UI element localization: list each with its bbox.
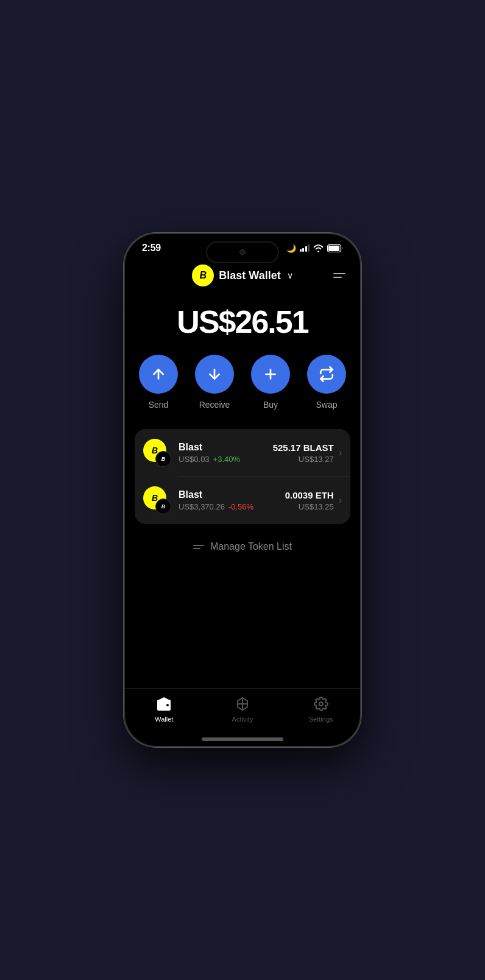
token-price-row-blast: US$0.03 +3.40% [179, 455, 273, 464]
manage-line-top [193, 545, 204, 546]
token-name-blast: Blast [179, 442, 273, 453]
wifi-icon [313, 244, 324, 252]
token-price-blast: US$0.03 [179, 455, 210, 464]
screen: 2:59 🌙 [125, 234, 360, 746]
blast-logo-letter: B [200, 270, 207, 281]
wallet-name: Blast Wallet [219, 269, 280, 282]
buy-button-group: Buy [251, 355, 290, 410]
manage-line-bottom [193, 548, 200, 549]
token-amount-eth: 0.0039 ETH [285, 490, 334, 500]
token-change-eth: -0.56% [228, 502, 253, 511]
token-balance-blast: 525.17 BLAST US$13.27 [273, 442, 334, 464]
send-button[interactable] [139, 355, 178, 394]
token-balance-eth: 0.0039 ETH US$13.25 [285, 490, 334, 511]
nav-wallet-label: Wallet [155, 715, 173, 723]
balance-amount: US$26.51 [140, 304, 345, 340]
home-indicator [202, 737, 283, 741]
swap-button[interactable] [307, 355, 346, 394]
send-label: Send [149, 400, 169, 410]
token-chevron-eth: › [339, 495, 342, 506]
moon-icon: 🌙 [286, 244, 296, 253]
send-button-group: Send [139, 355, 178, 410]
dynamic-island [206, 241, 279, 263]
svg-point-11 [319, 702, 323, 706]
menu-icon[interactable] [333, 273, 345, 278]
nav-activity-label: Activity [232, 715, 253, 723]
nav-wallet[interactable]: Wallet [140, 696, 188, 723]
chevron-down-icon: ∨ [287, 271, 293, 280]
swap-button-group: Swap [307, 355, 346, 410]
menu-line-bottom [333, 277, 342, 278]
status-icons: 🌙 [286, 244, 344, 253]
token-change-blast: +3.40% [213, 455, 240, 464]
token-inner-eth: B [155, 499, 171, 514]
manage-token-label: Manage Token List [210, 541, 292, 552]
nav-settings[interactable]: Settings [297, 696, 345, 723]
swap-label: Swap [316, 400, 337, 410]
token-inner-blast: B [155, 451, 171, 467]
receive-label: Receive [199, 400, 230, 410]
nav-settings-label: Settings [309, 715, 333, 723]
nav-activity[interactable]: Activity [218, 696, 267, 723]
signal-icon [300, 244, 310, 252]
token-amount-blast: 525.17 BLAST [273, 442, 334, 453]
svg-point-7 [166, 704, 169, 706]
token-inner-letter-eth: B [161, 503, 166, 510]
island-camera [239, 249, 246, 255]
token-inner-letter: B [161, 456, 166, 462]
token-item-eth[interactable]: B B Blast US$3,370.26 -0.56% 0.0039 ETH … [135, 477, 350, 524]
phone-frame: 2:59 🌙 [124, 233, 361, 747]
token-chevron-blast: › [339, 447, 342, 458]
token-list: B B Blast US$0.03 +3.40% 525.17 BLAST US… [135, 429, 350, 524]
buy-button[interactable] [251, 355, 290, 394]
token-name-eth: Blast [179, 489, 285, 500]
status-time: 2:59 [142, 243, 161, 254]
wallet-title-group[interactable]: B Blast Wallet ∨ [192, 265, 292, 286]
token-logo-eth: B B [143, 486, 171, 514]
token-info-blast: Blast US$0.03 +3.40% [179, 442, 273, 464]
buy-label: Buy [263, 400, 278, 410]
blast-logo: B [192, 265, 214, 286]
wallet-nav-icon [156, 696, 172, 712]
svg-marker-6 [159, 697, 169, 700]
manage-token-list[interactable]: Manage Token List [125, 524, 360, 569]
token-logo-blast: B B [143, 439, 171, 467]
svg-rect-1 [328, 246, 339, 251]
receive-button-group: Receive [195, 355, 234, 410]
receive-button[interactable] [195, 355, 234, 394]
action-buttons: Send Receive [125, 355, 360, 429]
activity-nav-icon [235, 696, 250, 712]
token-value-blast: US$13.27 [273, 455, 334, 464]
token-item-blast[interactable]: B B Blast US$0.03 +3.40% 525.17 BLAST US… [135, 429, 350, 477]
manage-icon [193, 545, 204, 549]
spacer [125, 569, 360, 688]
settings-nav-icon [313, 696, 329, 712]
balance-section: US$26.51 [125, 294, 360, 355]
bottom-nav: Wallet Activity [125, 688, 360, 735]
token-value-eth: US$13.25 [285, 502, 334, 511]
token-price-row-eth: US$3,370.26 -0.56% [179, 502, 285, 511]
menu-line-top [333, 273, 345, 274]
token-price-eth: US$3,370.26 [179, 502, 225, 511]
token-info-eth: Blast US$3,370.26 -0.56% [179, 489, 285, 511]
battery-icon [327, 244, 343, 252]
